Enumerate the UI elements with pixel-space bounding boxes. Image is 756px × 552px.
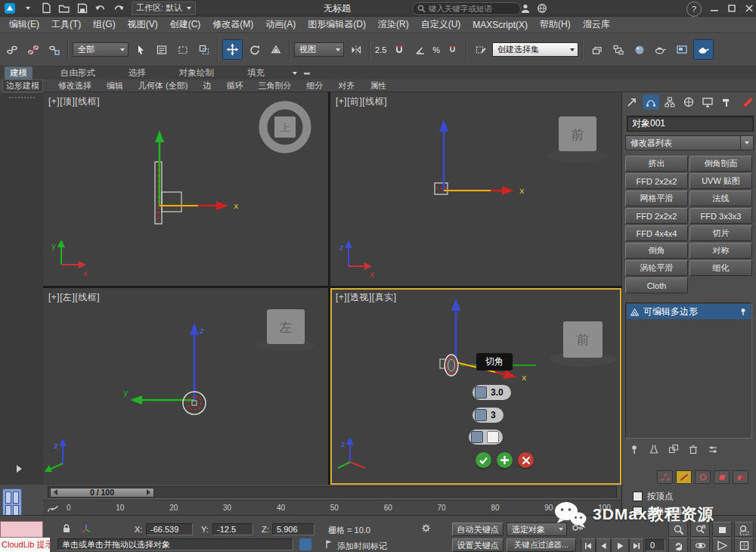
- object-name-field[interactable]: 对象001: [627, 116, 754, 132]
- hierarchy-tab-icon[interactable]: [662, 95, 678, 110]
- caddy-apply-button[interactable]: [497, 452, 513, 468]
- modifier-button-normal[interactable]: 法线: [689, 191, 752, 206]
- window-crossing-icon[interactable]: [194, 40, 213, 59]
- menu-views[interactable]: 视图(V): [122, 18, 164, 31]
- edit-named-selection-icon[interactable]: [471, 40, 490, 59]
- ribbon-panel-modify-selection[interactable]: 修改选择: [58, 80, 91, 91]
- previous-frame-arrow-icon[interactable]: [54, 489, 57, 495]
- app-menu-caret-icon[interactable]: [20, 2, 36, 15]
- new-file-icon[interactable]: [38, 2, 54, 15]
- maximize-icon[interactable]: [723, 2, 740, 15]
- rendered-frame-window-icon[interactable]: [672, 40, 691, 59]
- select-and-link-icon[interactable]: [2, 40, 21, 59]
- toolbar-grip[interactable]: [9, 97, 35, 98]
- make-unique-icon[interactable]: [666, 442, 681, 456]
- menu-group[interactable]: 组(G): [87, 18, 121, 31]
- named-selection-sets-dropdown[interactable]: 创建选择集: [492, 42, 578, 57]
- render-setup-icon[interactable]: [651, 40, 670, 59]
- save-icon[interactable]: [74, 2, 91, 15]
- spinner-snap-icon[interactable]: [443, 40, 462, 59]
- menu-help[interactable]: 帮助(H): [534, 18, 577, 31]
- caddy-amount-field[interactable]: 3.0: [472, 385, 511, 400]
- z-coordinate-field[interactable]: 5.906: [272, 523, 314, 535]
- viewport-perspective[interactable]: x 前 z [+][透视][真实] 切角 3.0: [330, 288, 621, 485]
- polygon-subobject-icon[interactable]: [714, 470, 730, 484]
- element-subobject-icon[interactable]: [733, 470, 748, 484]
- time-slider-handle[interactable]: 0 / 100: [50, 488, 154, 498]
- render-production-icon[interactable]: [693, 39, 714, 60]
- select-and-scale-icon[interactable]: [266, 40, 285, 59]
- show-end-result-icon[interactable]: [646, 442, 662, 456]
- redo-icon[interactable]: [110, 2, 127, 15]
- select-and-move-icon[interactable]: [222, 39, 243, 60]
- snap-toggle-icon[interactable]: [389, 40, 408, 59]
- viewport-left[interactable]: z y 左 z [+][左][线框]: [43, 288, 328, 485]
- maxscript-mini-listener[interactable]: [0, 521, 43, 538]
- modifier-button-slice[interactable]: 切片: [689, 225, 752, 241]
- reference-coordinate-dropdown[interactable]: 视图: [294, 42, 344, 57]
- modifier-button-cloth[interactable]: Cloth: [625, 278, 688, 293]
- ribbon-tab-populate[interactable]: 填充: [242, 67, 270, 79]
- caddy-segments-field[interactable]: 3: [472, 408, 503, 423]
- search-box[interactable]: 键入关键字或短语: [412, 2, 521, 15]
- add-time-tag[interactable]: 添加时间标记: [337, 541, 387, 552]
- selection-lock-icon[interactable]: [60, 523, 72, 534]
- mini-curve-editor-icon[interactable]: [45, 501, 60, 515]
- modifier-button-turbosmooth[interactable]: 涡轮平滑: [625, 260, 688, 276]
- border-subobject-icon[interactable]: [695, 470, 711, 484]
- menu-rendering[interactable]: 渲染(R): [372, 18, 415, 31]
- select-and-rotate-icon[interactable]: [245, 40, 264, 59]
- zoom-extents-icon[interactable]: [712, 522, 732, 537]
- ribbon-panel-polygon-modeling[interactable]: 边形建模: [2, 79, 43, 92]
- minimize-icon[interactable]: [706, 2, 723, 15]
- menu-create[interactable]: 创建(C): [164, 18, 207, 31]
- utilities-tab-icon[interactable]: [718, 95, 735, 110]
- isolate-selection-icon[interactable]: [299, 538, 311, 550]
- y-coordinate-field[interactable]: -12.5: [212, 523, 253, 535]
- menu-tools[interactable]: 工具(T): [45, 18, 87, 31]
- menu-edit[interactable]: 编辑(E): [3, 18, 45, 31]
- red-pencil-icon[interactable]: [739, 95, 755, 110]
- caddy-ok-button[interactable]: [476, 452, 491, 468]
- open-file-icon[interactable]: [56, 2, 73, 15]
- coordinate-mode-icon[interactable]: [80, 523, 91, 534]
- bind-to-space-warp-icon[interactable]: [45, 40, 64, 59]
- ribbon-panel-align[interactable]: 对齐: [338, 80, 355, 91]
- modifier-button-extrude[interactable]: 挤出: [625, 156, 688, 172]
- display-tab-icon[interactable]: [699, 95, 716, 110]
- previous-frame-icon[interactable]: [596, 538, 611, 552]
- set-key-button[interactable]: 设置关键点: [452, 538, 503, 552]
- unlink-icon[interactable]: [23, 40, 42, 59]
- x-coordinate-field[interactable]: -66.539: [146, 523, 193, 535]
- auto-key-button[interactable]: 自动关键点: [452, 523, 503, 536]
- undo-icon[interactable]: [92, 2, 109, 15]
- viewport-top[interactable]: x 上 y x [+][顶][线框]: [43, 92, 328, 286]
- stack-item-editable-poly[interactable]: 可编辑多边形: [627, 304, 751, 319]
- current-frame-field[interactable]: 0: [646, 539, 665, 551]
- modifier-button-uvw-map[interactable]: UVW 贴图: [689, 173, 752, 189]
- viewport-perspective-label[interactable]: [+][透视][真实]: [336, 291, 397, 304]
- modify-tab-icon[interactable]: [643, 95, 659, 110]
- ribbon-panel-edit[interactable]: 编辑: [107, 80, 123, 91]
- ribbon-tab-selection[interactable]: 选择: [123, 67, 151, 79]
- modifier-button-bevel-profile[interactable]: 倒角剖面: [689, 156, 752, 172]
- modifier-button-ffd2x2x2[interactable]: FFD 2x2x2: [625, 173, 688, 189]
- ribbon-panel-properties[interactable]: 属性: [370, 80, 386, 91]
- time-slider-track[interactable]: 0 / 100: [48, 486, 617, 499]
- help-icon[interactable]: ?: [686, 2, 702, 17]
- viewport-front[interactable]: x 前 z x [+][前][线框]: [330, 92, 621, 286]
- key-filters-button[interactable]: 关键点过滤器...: [507, 538, 576, 552]
- angle-snap-icon[interactable]: [411, 40, 429, 59]
- modifier-button-bevel[interactable]: 倒角: [625, 243, 688, 259]
- app-logo-icon[interactable]: [2, 2, 18, 15]
- go-to-end-icon[interactable]: [629, 538, 644, 552]
- orbit-icon[interactable]: [690, 538, 710, 552]
- ribbon-tab-object-paint[interactable]: 对象绘制: [174, 67, 219, 79]
- dropdown-arrow-button[interactable]: [740, 136, 753, 150]
- next-frame-arrow-icon[interactable]: [147, 489, 150, 495]
- select-object-icon[interactable]: [131, 40, 150, 59]
- menu-graph-editors[interactable]: 图形编辑器(D): [302, 18, 372, 31]
- pan-icon[interactable]: [668, 538, 688, 552]
- zoom-region-icon[interactable]: [734, 522, 754, 537]
- modifier-list-dropdown[interactable]: 修改器列表: [625, 135, 754, 150]
